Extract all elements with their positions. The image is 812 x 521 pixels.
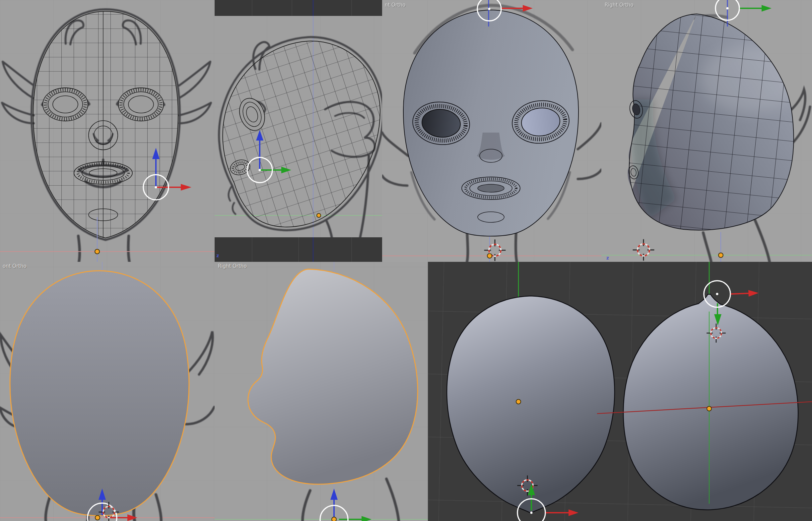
- viewport-collage: z nt Ortho Right Ortho z ont Ortho Right…: [0, 0, 812, 521]
- panel-front-solid[interactable]: nt Ortho: [382, 0, 601, 262]
- viewport-label: Right Ortho: [605, 2, 634, 8]
- panel-right-solid[interactable]: Right Ortho z: [601, 0, 812, 262]
- panel-right-smooth[interactable]: Right Ortho: [215, 262, 428, 521]
- z-axis-letter: z: [216, 253, 219, 258]
- z-axis-letter: z: [606, 255, 609, 260]
- viewport-label: nt Ortho: [385, 2, 406, 8]
- panel-front-wireframe[interactable]: [0, 0, 215, 262]
- panel-perspective-dark[interactable]: [428, 262, 812, 521]
- viewport-label: ont Ortho: [3, 263, 26, 269]
- viewport-label: Right Ortho: [218, 263, 247, 269]
- panel-front-smooth[interactable]: ont Ortho: [0, 262, 215, 521]
- panel-right-wireframe[interactable]: z: [215, 0, 382, 262]
